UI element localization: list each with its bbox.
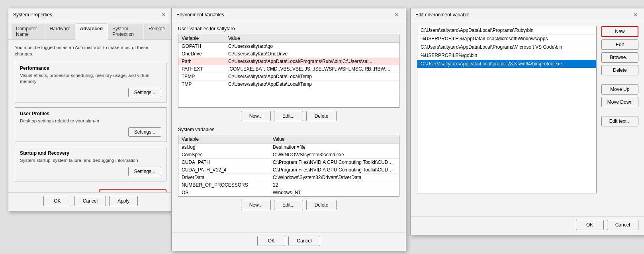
edit-env-browse-button[interactable]: Browse...	[601, 52, 638, 63]
user-var-cell-variable: PATHEXT	[178, 65, 225, 73]
sys-vars-table: Variable Value asl.logDestination=fileCo…	[178, 135, 399, 197]
env-vars-title: Environment Variables	[176, 12, 224, 18]
edit-env-title: Edit environment variable	[415, 12, 469, 18]
system-props-tabbar: Computer Name Hardware Advanced System P…	[8, 21, 173, 39]
userprofiles-settings-button[interactable]: Settings...	[128, 127, 161, 137]
system-props-cancel-button[interactable]: Cancel	[74, 196, 106, 206]
user-var-cell-variable: OneDrive	[178, 50, 225, 58]
table-row[interactable]: ComSpecC:\WINDOWS\system32\cmd.exe	[178, 151, 399, 159]
env-vars-content: User variables for saltytaro Variable Va…	[172, 21, 406, 221]
table-row[interactable]: CUDA_PATHC:\Program Files\NVIDIA GPU Com…	[178, 159, 399, 166]
edit-env-cancel-button[interactable]: Cancel	[607, 220, 638, 230]
table-row[interactable]: GOPATHC:\Users\saltytaro\go	[178, 43, 399, 50]
list-item[interactable]: %USERPROFILE%\go\bin	[417, 51, 596, 60]
user-var-cell-variable: TEMP	[178, 73, 225, 81]
sys-var-cell-value: C:\Program Files\NVIDIA GPU Computing To…	[270, 159, 399, 166]
system-properties-window: System Properties ✕ Computer Name Hardwa…	[8, 8, 173, 211]
sys-vars-col-value: Value	[270, 135, 399, 144]
tab-hardware[interactable]: Hardware	[45, 24, 75, 39]
userprofiles-desc: Desktop settings related to your sign-in	[20, 118, 161, 124]
sys-var-cell-variable: CUDA_PATH	[178, 159, 270, 166]
table-row[interactable]: PATHEXT.COM;.EXE;.BAT;.CMD;.VBS;.VBE;.JS…	[178, 65, 399, 73]
sys-var-cell-value: C:\WINDOWS\system32\cmd.exe	[270, 151, 399, 159]
env-vars-ok-button[interactable]: OK	[257, 236, 285, 246]
table-row[interactable]: OSWindows_NT	[178, 189, 399, 197]
table-row[interactable]: CUDA_PATH_V12_4C:\Program Files\NVIDIA G…	[178, 166, 399, 174]
sys-var-cell-value: C:\Program Files\NVIDIA GPU Computing To…	[270, 166, 399, 174]
list-item[interactable]: C:\Users\saltytaro\AppData\Local\protoc-…	[417, 60, 596, 68]
tab-advanced[interactable]: Advanced	[76, 24, 107, 39]
env-vars-cancel-button[interactable]: Cancel	[288, 236, 320, 246]
edit-env-titlebar: Edit environment variable ✕	[411, 8, 644, 21]
sys-vars-col-variable: Variable	[178, 135, 270, 144]
user-var-cell-value: C:\Users\saltytaro\go	[225, 43, 399, 50]
tab-computer-name[interactable]: Computer Name	[12, 24, 45, 39]
user-var-cell-variable: TMP	[178, 81, 225, 88]
performance-settings-button[interactable]: Settings...	[128, 88, 161, 97]
tab-system-protection[interactable]: System Protection	[108, 24, 143, 39]
user-vars-col-value: Value	[225, 34, 399, 43]
sys-var-cell-variable: NUMBER_OF_PROCESSORS	[178, 181, 270, 189]
sys-var-cell-value: C:\Windows\System32\Drivers\DriverData	[270, 174, 399, 181]
sys-vars-delete-button[interactable]: Delete	[306, 200, 337, 210]
list-item[interactable]: C:\Users\saltytaro\AppData\Local\Program…	[417, 43, 596, 51]
user-vars-edit-button[interactable]: Edit...	[274, 111, 303, 121]
env-vars-close-button[interactable]: ✕	[392, 10, 401, 19]
system-props-ok-button[interactable]: OK	[43, 196, 71, 206]
list-item[interactable]: C:\Users\saltytaro\AppData\Local\Program…	[417, 26, 596, 35]
performance-desc: Visual effects, processor scheduling, me…	[20, 73, 161, 85]
system-props-apply-button[interactable]: Apply	[109, 196, 138, 206]
user-var-cell-value: C:\Users\saltytaro\AppData\Local\Program…	[225, 58, 399, 65]
sys-var-cell-variable: asl.log	[178, 144, 270, 151]
user-vars-title: User variables for saltytaro	[178, 26, 399, 32]
table-row[interactable]: NUMBER_OF_PROCESSORS12	[178, 181, 399, 189]
system-props-titlebar: System Properties ✕	[8, 8, 173, 21]
userprofiles-section: User Profiles Desktop settings related t…	[15, 107, 166, 142]
edit-env-move-down-button[interactable]: Move Down	[601, 97, 638, 107]
sys-var-cell-variable: OS	[178, 189, 270, 197]
tab-remote[interactable]: Remote	[144, 24, 170, 39]
list-item[interactable]: %USERPROFILE%\AppData\Local\Microsoft\Wi…	[417, 35, 596, 43]
table-row[interactable]: PathC:\Users\saltytaro\AppData\Local\Pro…	[178, 58, 399, 65]
sys-var-cell-variable: DriverData	[178, 174, 270, 181]
user-vars-btns: New... Edit... Delete	[178, 111, 399, 121]
sys-var-cell-value: 12	[270, 181, 399, 189]
env-vars-bottom-btns: OK Cancel	[172, 232, 406, 251]
startup-desc: System startup, system failure, and debu…	[20, 158, 161, 163]
edit-env-close-button[interactable]: ✕	[631, 10, 640, 19]
sys-vars-edit-button[interactable]: Edit...	[274, 200, 303, 210]
system-props-close-button[interactable]: ✕	[159, 10, 168, 19]
user-var-cell-value: .COM;.EXE;.BAT;.CMD;.VBS;.VBE;.JS;.JSE;.…	[225, 65, 399, 73]
user-vars-table-container: Variable Value GOPATHC:\Users\saltytaro\…	[178, 34, 399, 108]
user-vars-delete-button[interactable]: Delete	[306, 111, 337, 121]
table-row[interactable]: TEMPC:\Users\saltytaro\AppData\Local\Tem…	[178, 73, 399, 81]
performance-section: Performance Visual effects, processor sc…	[15, 62, 166, 102]
sys-vars-title: System variables	[178, 127, 399, 132]
edit-env-delete-button[interactable]: Delete	[601, 65, 638, 75]
system-props-content: You must be logged on as an Administrato…	[8, 39, 173, 205]
path-list-container: C:\Users\saltytaro\AppData\Local\Program…	[417, 26, 597, 193]
user-var-cell-value: C:\Users\saltytaro\AppData\Local\Temp	[225, 73, 399, 81]
system-props-info: You must be logged on as an Administrato…	[15, 44, 166, 57]
edit-env-edit-text-button[interactable]: Edit text...	[601, 116, 638, 126]
edit-env-new-button[interactable]: New	[601, 26, 638, 37]
user-vars-new-button[interactable]: New...	[241, 111, 271, 121]
sys-vars-new-button[interactable]: New...	[241, 200, 271, 210]
user-vars-col-variable: Variable	[178, 34, 225, 43]
edit-env-bottom-btns: OK Cancel	[411, 216, 644, 235]
table-row[interactable]: asl.logDestination=file	[178, 144, 399, 151]
user-var-cell-value: C:\Users\saltytaro\AppData\Local\Temp	[225, 81, 399, 88]
table-row[interactable]: TMPC:\Users\saltytaro\AppData\Local\Temp	[178, 81, 399, 88]
startup-settings-button[interactable]: Settings...	[128, 167, 161, 176]
edit-env-ok-button[interactable]: OK	[576, 220, 604, 230]
edit-env-edit-button[interactable]: Edit	[601, 39, 638, 50]
table-row[interactable]: OneDriveC:\Users\saltytaro\OneDrive	[178, 50, 399, 58]
startup-title: Startup and Recovery	[20, 150, 161, 156]
startup-section: Startup and Recovery System startup, sys…	[15, 147, 166, 181]
sys-vars-table-container: Variable Value asl.logDestination=fileCo…	[178, 135, 399, 197]
edit-env-window: Edit environment variable ✕ C:\Users\sal…	[410, 8, 644, 235]
user-vars-table: Variable Value GOPATHC:\Users\saltytaro\…	[178, 34, 399, 88]
edit-env-action-btns: New Edit Browse... Delete Move Up Move D…	[601, 26, 638, 193]
table-row[interactable]: DriverDataC:\Windows\System32\Drivers\Dr…	[178, 174, 399, 181]
edit-env-move-up-button[interactable]: Move Up	[601, 84, 638, 95]
